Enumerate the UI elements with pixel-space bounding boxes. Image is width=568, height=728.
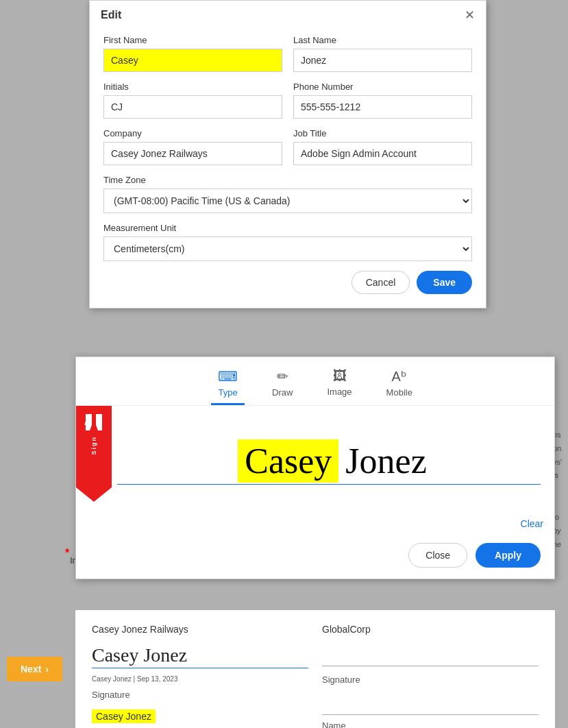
close-button[interactable]: Close <box>408 543 467 568</box>
clear-row: Clear <box>76 515 554 532</box>
left-sig-label: Signature <box>92 690 308 700</box>
draw-icon: ✏ <box>277 368 288 385</box>
next-arrow-icon: › <box>45 664 49 675</box>
next-button[interactable]: Next › <box>7 657 62 681</box>
job-title-label: Job Title <box>293 128 472 138</box>
tab-image[interactable]: 🖼 Image <box>320 364 358 405</box>
right-sig-line <box>322 644 539 666</box>
timezone-group: Time Zone (GMT-08:00) Pacific Time (US &… <box>103 175 472 213</box>
tab-draw-label: Draw <box>272 387 293 398</box>
tab-mobile-label: Mobile <box>386 387 412 398</box>
doc-col-left: Casey Jonez Railways Casey Jonez Casey J… <box>92 624 308 728</box>
left-signature: Casey Jonez <box>92 644 187 666</box>
apply-button[interactable]: Apply <box>476 543 541 568</box>
edit-modal-footer: Cancel Save <box>103 271 472 294</box>
next-label: Next <box>21 664 41 675</box>
save-button[interactable]: Save <box>417 271 472 294</box>
edit-modal-title: Edit <box>101 9 121 21</box>
job-title-input[interactable] <box>293 142 472 165</box>
right-sig-label: Signature <box>322 675 539 685</box>
left-sig-date: Casey Jonez | Sep 13, 2023 <box>92 675 308 683</box>
company-group: Company <box>103 128 282 165</box>
signature-preview: Casey Jonez <box>197 439 434 483</box>
timezone-select[interactable]: (GMT-08:00) Pacific Time (US & Canada) (… <box>103 189 472 213</box>
svg-text:A: A <box>84 419 89 426</box>
first-name-input[interactable] <box>103 49 282 72</box>
phone-input[interactable] <box>293 95 472 119</box>
timezone-label: Time Zone <box>103 175 472 185</box>
initials-phone-row: Initials Phone Number <box>103 82 472 119</box>
initials-group: Initials <box>103 82 282 119</box>
edit-modal: Edit ✕ First Name Last Name Initials Pho… <box>89 0 486 308</box>
cancel-button[interactable]: Cancel <box>351 271 410 294</box>
signature-canvas: A Sign Casey Jonez <box>76 406 554 515</box>
tab-type[interactable]: ⌨ Type <box>211 364 245 405</box>
signature-footer: Close Apply <box>76 532 554 579</box>
measurement-group: Measurement Unit Centimeters(cm) Inches(… <box>103 223 472 261</box>
adobe-logo: A Sign <box>76 406 112 515</box>
name-row: First Name Last Name <box>103 35 472 72</box>
company-input[interactable] <box>103 142 282 165</box>
last-name-label: Last Name <box>293 35 472 45</box>
left-name-field: Casey Jonez <box>92 709 156 723</box>
image-icon: 🖼 <box>333 368 347 384</box>
measurement-select[interactable]: Centimeters(cm) Inches(in) <box>103 236 472 261</box>
tab-image-label: Image <box>327 387 351 397</box>
sig-last-name: Jonez <box>338 439 433 483</box>
signature-modal: ⌨ Type ✏ Draw 🖼 Image Aᵇ Mobile A <box>75 356 555 579</box>
document-area: Casey Jonez Railways Casey Jonez Casey J… <box>75 610 555 728</box>
adobe-sign-text: Sign <box>90 436 97 455</box>
doc-col-right: GlobalCorp Signature Name <box>322 624 539 728</box>
company-jobtitle-row: Company Job Title <box>103 128 472 165</box>
phone-group: Phone Number <box>293 82 472 119</box>
tab-mobile[interactable]: Aᵇ Mobile <box>380 364 419 405</box>
first-name-label: First Name <box>103 35 282 45</box>
left-company: Casey Jonez Railways <box>92 624 308 635</box>
type-icon: ⌨ <box>218 368 238 385</box>
signature-tabs: ⌨ Type ✏ Draw 🖼 Image Aᵇ Mobile <box>76 357 554 406</box>
edit-modal-header: Edit ✕ <box>90 1 486 27</box>
signature-baseline <box>117 484 541 485</box>
measurement-label: Measurement Unit <box>103 223 472 233</box>
initials-input[interactable] <box>103 95 282 119</box>
initials-label: Initials <box>103 82 282 92</box>
edit-modal-body: First Name Last Name Initials Phone Numb… <box>90 27 486 308</box>
mobile-icon: Aᵇ <box>392 368 407 385</box>
job-title-group: Job Title <box>293 128 472 165</box>
last-name-group: Last Name <box>293 35 472 72</box>
sig-first-name: Casey <box>238 439 338 483</box>
tab-draw[interactable]: ✏ Draw <box>265 364 299 405</box>
right-name-label: Name <box>322 720 539 728</box>
tab-type-label: Type <box>219 387 238 398</box>
first-name-group: First Name <box>103 35 282 72</box>
right-company: GlobalCorp <box>322 624 539 635</box>
required-asterisk: * <box>65 547 69 559</box>
last-name-input[interactable] <box>293 49 472 72</box>
phone-label: Phone Number <box>293 82 472 92</box>
clear-button[interactable]: Clear <box>521 518 543 529</box>
close-icon[interactable]: ✕ <box>465 9 475 21</box>
company-label: Company <box>103 128 282 138</box>
adobe-icon: A <box>83 411 105 433</box>
